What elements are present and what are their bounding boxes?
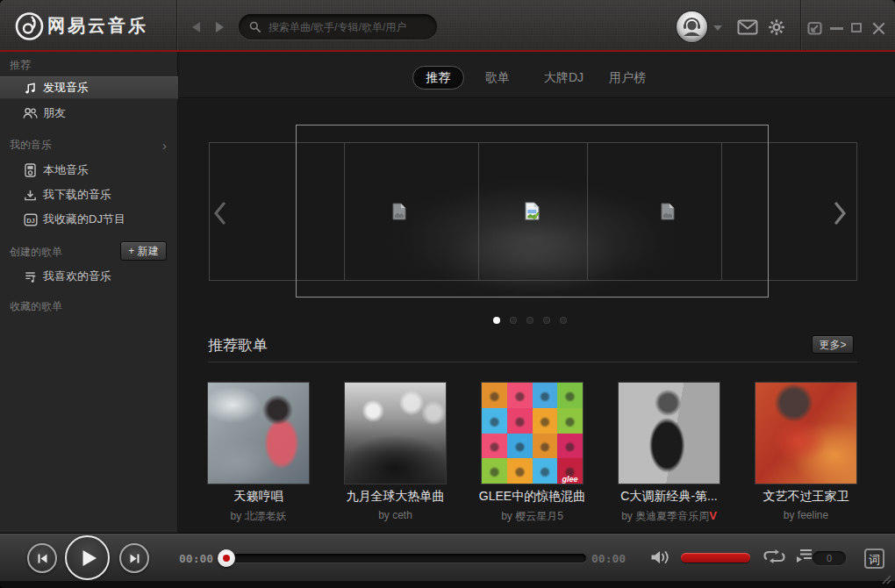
tab-playlist[interactable]: 歌单 (485, 70, 510, 86)
playlist-cover[interactable]: glee (482, 383, 583, 484)
sidebar-item-label: 发现音乐 (43, 80, 89, 96)
app-window: 网易云音乐 推荐 (0, 0, 895, 588)
search-box[interactable] (239, 14, 437, 39)
broken-image-icon (392, 203, 406, 220)
media-player-icon (23, 163, 38, 177)
more-button[interactable]: 更多> (812, 335, 854, 354)
settings-gear-icon[interactable] (768, 18, 785, 36)
loop-mode-icon[interactable] (763, 549, 786, 564)
sidebar-section-recommend: 推荐 (10, 58, 31, 73)
glee-tile (482, 458, 507, 484)
progress-knob-dot (223, 555, 230, 562)
play-icon (82, 549, 97, 567)
carousel-dot[interactable] (510, 317, 517, 324)
volume-speaker-icon[interactable] (650, 549, 671, 565)
glee-tile (507, 434, 533, 459)
sidebar-section-collected-playlists: 收藏的歌单 (10, 299, 62, 314)
friends-icon (23, 107, 38, 119)
tab-recommend[interactable]: 推荐 (412, 66, 464, 90)
close-icon[interactable] (872, 22, 885, 35)
glee-tile (533, 434, 558, 459)
app-logo-icon (13, 10, 46, 42)
glee-tile (507, 458, 533, 484)
playlist-author-text: by 奥迪夏季音乐周 (621, 510, 709, 522)
playlist-author[interactable]: by 北漂老妖 (230, 509, 286, 524)
previous-track-button[interactable] (27, 543, 57, 573)
maximize-icon[interactable] (851, 23, 862, 32)
sidebar-item-friends[interactable]: 朋友 (0, 102, 178, 125)
headphones-person-icon (680, 15, 704, 39)
mini-mode-icon[interactable] (807, 21, 823, 36)
playlist-title[interactable]: C大调新经典-第... (620, 489, 717, 505)
playlist-title[interactable]: 九月全球大热单曲 (347, 489, 445, 505)
glee-tile (507, 408, 533, 434)
playlist-author[interactable]: by 奥迪夏季音乐周V (621, 509, 717, 524)
playlist-icon[interactable] (795, 548, 813, 564)
svg-text:DJ: DJ (26, 216, 35, 224)
lyrics-button[interactable]: 词 (864, 549, 884, 569)
playlist-title[interactable]: GLEE中的惊艳混曲 (479, 489, 585, 505)
search-icon (249, 21, 261, 32)
avatar-dropdown-chevron[interactable] (713, 25, 722, 31)
search-input[interactable] (267, 20, 426, 34)
sidebar-item-discover-music[interactable]: 发现音乐 (0, 76, 178, 99)
playlist-cover[interactable] (619, 383, 720, 484)
sidebar-item-downloaded-music[interactable]: 我下载的音乐 (0, 183, 178, 206)
tab-dj[interactable]: 大牌DJ (544, 70, 584, 86)
carousel-dot[interactable] (560, 317, 567, 324)
previous-icon (37, 553, 48, 564)
playlist-cover[interactable] (208, 383, 309, 484)
carousel-next-arrow[interactable] (832, 198, 848, 228)
section-title-recommended-playlists: 推荐歌单 (208, 335, 268, 355)
sidebar-item-label: 我喜欢的音乐 (43, 269, 111, 284)
progress-knob[interactable] (218, 549, 235, 567)
nav-forward-button[interactable] (216, 22, 224, 32)
mail-icon[interactable] (737, 19, 758, 35)
playlist-count-badge[interactable]: 0 (813, 551, 846, 565)
nav-back-button[interactable] (192, 22, 200, 32)
broken-image-icon (661, 203, 675, 220)
playlist-title[interactable]: 天籁哼唱 (234, 489, 283, 505)
sidebar-item-local-music[interactable]: 本地音乐 (0, 159, 178, 182)
carousel-prev-arrow[interactable] (211, 198, 227, 228)
playlist-author[interactable]: by feeline (784, 509, 828, 521)
tab-user-rank[interactable]: 用户榜 (609, 70, 646, 86)
glee-tile (533, 408, 558, 434)
carousel-dot[interactable] (526, 317, 533, 324)
glee-tile (533, 458, 558, 484)
sidebar-section-created-playlists: 创建的歌单 (10, 245, 62, 260)
my-music-expand-chevron[interactable]: › (162, 138, 167, 153)
sidebar-section-my-music: 我的音乐 (10, 138, 52, 153)
playlist-cover[interactable] (755, 383, 856, 484)
carousel-dot[interactable] (543, 317, 550, 324)
elapsed-time: 00:00 (179, 552, 213, 565)
minimize-icon[interactable] (830, 27, 843, 30)
next-track-button[interactable] (119, 543, 149, 573)
sidebar-item-dj-programs[interactable]: DJ 我收藏的DJ节目 (0, 208, 178, 231)
playlist-author[interactable]: by ceth (378, 509, 412, 521)
volume-bar[interactable] (681, 553, 750, 563)
play-button[interactable] (65, 535, 110, 580)
user-avatar[interactable] (677, 11, 707, 42)
progress-track[interactable] (226, 554, 586, 563)
app-title: 网易云音乐 (47, 14, 148, 38)
window-controls-divider (800, 0, 801, 50)
sidebar-item-label: 我下载的音乐 (43, 187, 111, 203)
titlebar-divider (176, 0, 177, 50)
sidebar-item-liked-music[interactable]: 我喜欢的音乐 (0, 265, 178, 288)
carousel-dot[interactable] (493, 317, 500, 324)
playlist-title[interactable]: 文艺不过王家卫 (763, 489, 849, 505)
playlist-cover[interactable] (345, 383, 446, 484)
broken-image-icon (525, 202, 540, 220)
dj-icon: DJ (23, 213, 38, 226)
sidebar-item-label: 我收藏的DJ节目 (43, 212, 125, 227)
sidebar-item-label: 本地音乐 (43, 162, 89, 178)
glee-tile: glee (557, 458, 583, 484)
glee-tile (557, 383, 583, 408)
new-playlist-button[interactable]: + 新建 (120, 241, 167, 261)
playlist-author[interactable]: by 樱云星月5 (501, 509, 563, 524)
window-bottom-edge (0, 581, 895, 588)
vip-badge: V (709, 509, 717, 522)
resize-grip[interactable] (879, 572, 891, 584)
glee-tile (482, 408, 507, 434)
